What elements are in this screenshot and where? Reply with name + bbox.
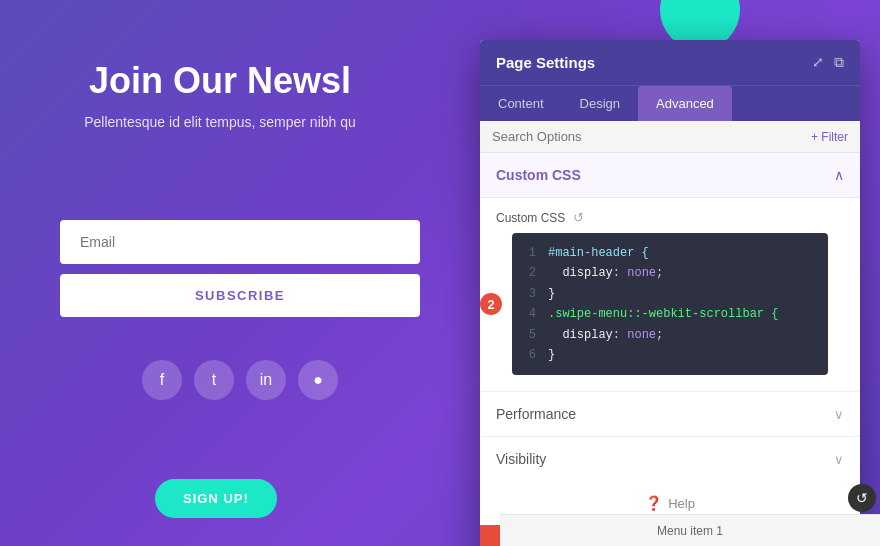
css-field-label: Custom CSS (496, 211, 565, 225)
hero-title: Join Our Newsl (0, 60, 440, 102)
panel-tabs: Content Design Advanced (480, 85, 860, 121)
code-line-1: 1 #main-header { (524, 243, 816, 263)
performance-title: Performance (496, 406, 576, 422)
scroll-tool[interactable]: ↺ (848, 484, 876, 512)
code-editor-wrapper: 2 1 #main-header { 2 display: none; 3 } … (496, 233, 844, 375)
help-label[interactable]: Help (668, 496, 695, 511)
panel-header: Page Settings ⤢ ⧉ (480, 40, 860, 85)
tab-design[interactable]: Design (562, 86, 638, 121)
code-line-2: 2 display: none; (524, 263, 816, 283)
newsletter-form: SUBSCRIBE (60, 220, 420, 317)
panel-title: Page Settings (496, 54, 595, 71)
columns-icon[interactable]: ⧉ (834, 54, 844, 71)
facebook-icon[interactable]: f (142, 360, 182, 400)
visibility-section[interactable]: Visibility ∨ (480, 436, 860, 481)
visibility-title: Visibility (496, 451, 546, 467)
step-badge: 2 (480, 291, 504, 317)
code-line-6: 6 } (524, 345, 816, 365)
search-input[interactable] (492, 129, 811, 144)
reset-icon[interactable]: ↺ (573, 210, 584, 225)
social-icons-row: f t in ● (60, 360, 420, 400)
linkedin-icon[interactable]: in (246, 360, 286, 400)
page-settings-panel: Page Settings ⤢ ⧉ Content Design Advance… (480, 40, 860, 546)
subscribe-button[interactable]: SUBSCRIBE (60, 274, 420, 317)
panel-body: Custom CSS ∧ Custom CSS ↺ 2 1 #main-head… (480, 153, 860, 525)
signup-button[interactable]: SIGN UP! (155, 479, 277, 518)
css-field-row: Custom CSS ↺ (480, 198, 860, 233)
tab-content[interactable]: Content (480, 86, 562, 121)
code-line-3: 3 } (524, 284, 816, 304)
email-input[interactable] (60, 220, 420, 264)
scroll-tool-icon: ↺ (856, 490, 868, 506)
performance-section[interactable]: Performance ∨ (480, 391, 860, 436)
code-line-5: 5 display: none; (524, 325, 816, 345)
css-code-editor[interactable]: 1 #main-header { 2 display: none; 3 } 4 … (512, 233, 828, 375)
code-line-4: 4 .swipe-menu::-webkit-scrollbar { (524, 304, 816, 324)
hero-subtitle: Pellentesque id elit tempus, semper nibh… (0, 114, 440, 130)
other-social-icon[interactable]: ● (298, 360, 338, 400)
help-icon: ❓ (645, 495, 662, 511)
visibility-chevron-icon: ∨ (834, 452, 844, 467)
custom-css-title: Custom CSS (496, 167, 581, 183)
custom-css-section-header[interactable]: Custom CSS ∧ (480, 153, 860, 198)
bottom-bar: Menu item 1 (500, 514, 880, 546)
twitter-icon[interactable]: t (194, 360, 234, 400)
performance-chevron-icon: ∨ (834, 407, 844, 422)
header-icons: ⤢ ⧉ (812, 54, 844, 71)
search-bar: + Filter (480, 121, 860, 153)
bottom-bar-text: Menu item 1 (657, 524, 723, 538)
tab-advanced[interactable]: Advanced (638, 86, 732, 121)
expand-icon[interactable]: ⤢ (812, 54, 824, 71)
filter-button[interactable]: + Filter (811, 130, 848, 144)
hero-content: Join Our Newsl Pellentesque id elit temp… (0, 60, 440, 130)
chevron-up-icon: ∧ (834, 167, 844, 183)
